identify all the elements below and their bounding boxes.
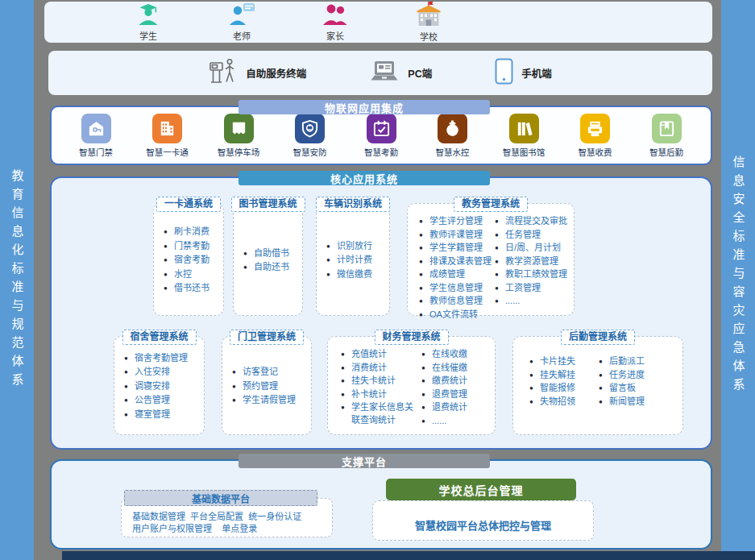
feature-item: OA文件流转 (419, 309, 495, 321)
school-backend-content: 智慧校园平台总体把控与管理 (415, 517, 551, 533)
feature-item: 挂失卡统计 (341, 375, 421, 388)
system-title: 门卫管理系统 (230, 330, 304, 345)
access-terminals-panel: 自助服务终端 PC端 手机端 (48, 51, 712, 95)
system-card-vehicle: 车辆识别系统 识别放行计时计费微信缴费 (316, 203, 390, 316)
feature-list: 后勤派工任务进度留言板新闻管理 (599, 355, 671, 434)
feature-item: 任务进度 (599, 369, 671, 382)
feature-item: 工资管理 (495, 282, 572, 295)
iot-item-parking: 智慧停车场 (214, 114, 263, 164)
iot-item-label: 智慧图书馆 (503, 146, 546, 158)
feature-list: 充值统计消费统计挂失卡统计补卡统计学生家长信息关联查询统计 (334, 347, 421, 434)
system-card-library: 图书管理系统 自助借书自助还书 (233, 203, 303, 316)
feature-item: 补卡统计 (341, 388, 421, 401)
phone-icon (495, 58, 513, 88)
feature-list: 刷卡消费门禁考勤宿舍考勤水控借书还书 (154, 204, 223, 315)
feature-item: 智能报修 (529, 382, 599, 395)
terminal-kiosk: 自助服务终端 (209, 57, 306, 89)
feature-item: 缴费统计 (421, 375, 489, 388)
system-card-gate: 门卫管理系统 访客登记预约管理学生请假管理 (222, 336, 312, 435)
student-icon (136, 3, 160, 28)
feature-item: 日/周、月计划 (495, 242, 572, 255)
feature-item: 微信缴费 (326, 268, 388, 281)
feature-item: 教职工绩效管理 (495, 268, 572, 281)
iot-item-logistics: 智慧后勤 (641, 114, 691, 164)
terminal-label: 自助服务终端 (246, 65, 306, 81)
feature-item: 留言板 (599, 382, 671, 395)
user-role-parents: 家长 (309, 3, 362, 42)
attendance-icon (367, 114, 396, 143)
feature-item: 宿舍考勤 (164, 254, 222, 267)
access-icon (81, 114, 111, 143)
user-role-student: 学生 (122, 3, 175, 42)
school-icon (414, 2, 443, 29)
terminal-mobile: 手机端 (495, 58, 552, 88)
iot-item-label: 智慧门禁 (79, 146, 113, 158)
feature-item: 在线催缴 (421, 362, 489, 375)
feature-item: 水控 (164, 268, 222, 281)
fee-icon (580, 114, 610, 143)
feature-columns: 学生评分管理教师评课管理学生学籍管理排课及课表管理成绩管理学生信息管理教师信息管… (408, 204, 574, 315)
system-title: 财务管理系统 (374, 330, 448, 345)
feature-item: 学生家长信息关联查询统计 (341, 401, 421, 426)
feature-item: 自助还书 (243, 261, 301, 274)
system-title: 教务管理系统 (454, 197, 528, 212)
parents-icon (321, 3, 349, 28)
iot-item-attendance: 智慧考勤 (356, 114, 406, 164)
iot-item-label: 智慧考勤 (364, 146, 398, 158)
right-pillar-label: 信息安全标准与容灾应急体系 (730, 156, 747, 396)
feature-item: 在线收缴 (421, 348, 489, 361)
feature-columns: 卡片挂失挂失解挂智能报修失物招领 后勤派工任务进度留言板新闻管理 (513, 337, 682, 434)
iot-item-label: 智慧收费 (579, 146, 612, 158)
feature-item: 教师评课管理 (419, 229, 495, 242)
feature-item: 刷卡消费 (164, 226, 222, 239)
user-role-label: 学生 (139, 29, 157, 42)
system-title: 车辆识别系统 (316, 197, 390, 212)
iot-item-label: 智慧安防 (293, 146, 327, 158)
iot-item-water: 智慧水控 (428, 114, 478, 164)
base-data-platform-title: 基础数据平台 (124, 490, 317, 506)
feature-item: ...... (421, 415, 489, 428)
user-roles-panel: 学生 老师 家长 (44, 2, 712, 43)
feature-item: 充值统计 (341, 348, 421, 361)
smart-campus-architecture-diagram: 教育信息化标准与规范体系 信息安全标准与容灾应急体系 学生 老师 (0, 0, 755, 560)
school-backend-title: 学校总后台管理 (386, 479, 576, 500)
feature-item: 宿舍考勤管理 (124, 352, 202, 365)
user-role-school: 学校 (402, 2, 455, 43)
feature-item: ...... (495, 295, 572, 308)
security-icon (295, 114, 325, 143)
feature-item: 任务管理 (495, 229, 572, 242)
iot-item-library: 智慧图书馆 (499, 114, 549, 164)
right-standards-pillar: 信息安全标准与容灾应急体系 (721, 0, 755, 551)
feature-list: 自助借书自助还书 (234, 204, 302, 315)
iot-item-access: 智慧门禁 (71, 114, 121, 164)
user-role-label: 老师 (233, 29, 251, 42)
iot-item-security: 智慧安防 (285, 114, 335, 164)
card-icon (152, 114, 182, 143)
system-title: 图书管理系统 (230, 197, 305, 212)
system-card-logistics: 后勤管理系统 卡片挂失挂失解挂智能报修失物招领 后勤派工任务进度留言板新闻管理 (512, 336, 683, 435)
iot-item-label: 智慧水控 (436, 146, 470, 158)
feature-item: 访客登记 (232, 366, 309, 379)
feature-item: 借书还书 (164, 282, 222, 295)
teacher-icon (229, 3, 255, 28)
terminal-label: PC端 (408, 65, 432, 81)
feature-item: 计时计费 (326, 254, 388, 267)
core-panel-header: 核心应用系统 (239, 171, 490, 185)
logistics-icon (652, 114, 682, 143)
feature-list: 学生评分管理教师评课管理学生学籍管理排课及课表管理成绩管理学生信息管理教师信息管… (414, 214, 495, 315)
feature-item: 排课及课表管理 (419, 255, 495, 268)
feature-list: 访客登记预约管理学生请假管理 (222, 337, 311, 434)
user-role-label: 家长 (326, 29, 344, 42)
library-icon (509, 114, 539, 143)
system-title: 宿舍管理系统 (122, 330, 196, 345)
feature-item: 教师信息管理 (419, 295, 495, 308)
left-pillar-label: 教育信息化标准与规范体系 (9, 169, 26, 392)
core-applications-panel: 核心应用系统 一卡通系统 刷卡消费门禁考勤宿舍考勤水控借书还书 图书管理系统 自… (50, 176, 712, 450)
user-role-teacher: 老师 (215, 3, 268, 42)
base-platform-line1: 基础数据管理 平台全局配置 统一身份认证 (132, 512, 301, 521)
feature-item: 识别放行 (326, 240, 388, 253)
feature-columns: 充值统计消费统计挂失卡统计补卡统计学生家长信息关联查询统计 在线收缴在线催缴缴费… (328, 337, 495, 434)
feature-item: 学生评分管理 (419, 215, 495, 228)
base-platform-line2: 用户账户与权限管理 单点登录 (132, 524, 257, 533)
feature-item: 成绩管理 (419, 268, 495, 281)
